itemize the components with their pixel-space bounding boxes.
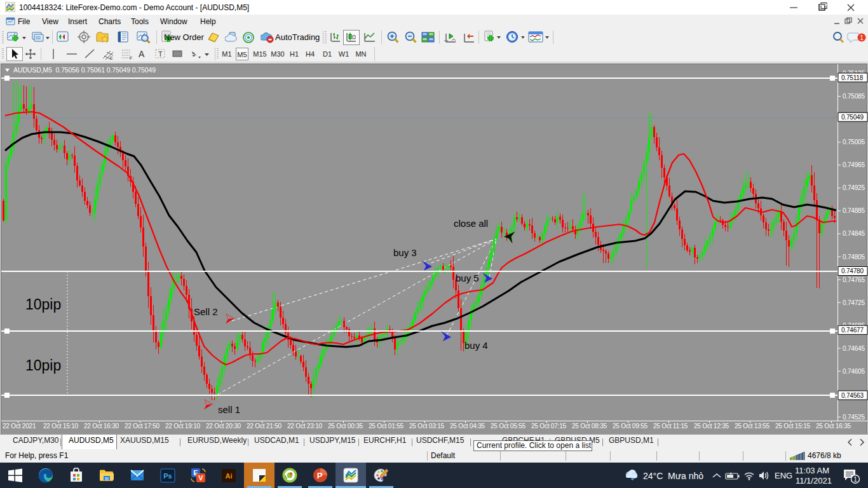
svg-text:T: T bbox=[158, 50, 163, 58]
svg-text:10pip: 10pip bbox=[25, 296, 61, 313]
svg-text:buy 5: buy 5 bbox=[456, 273, 479, 283]
svg-text:22 Oct 21:50: 22 Oct 21:50 bbox=[247, 423, 281, 430]
svg-text:0.74605: 0.74605 bbox=[843, 368, 865, 375]
svg-text:0.75049: 0.75049 bbox=[841, 114, 864, 121]
svg-text:25 Oct 13:55: 25 Oct 13:55 bbox=[735, 423, 770, 430]
svg-text:25 Oct 15:15: 25 Oct 15:15 bbox=[775, 423, 810, 430]
svg-text:25 Oct 09:55: 25 Oct 09:55 bbox=[613, 423, 648, 430]
svg-text:0.75118: 0.75118 bbox=[841, 74, 864, 81]
svg-text:22 Oct 23:10: 22 Oct 23:10 bbox=[287, 423, 322, 430]
svg-text:25 Oct 08:35: 25 Oct 08:35 bbox=[572, 423, 607, 430]
svg-text:25 Oct 04:35: 25 Oct 04:35 bbox=[450, 423, 485, 430]
svg-text:22 Oct 20:30: 22 Oct 20:30 bbox=[206, 423, 241, 430]
svg-text:0.74765: 0.74765 bbox=[843, 276, 865, 283]
svg-text:P: P bbox=[317, 471, 323, 480]
svg-text:0.74677: 0.74677 bbox=[841, 327, 864, 334]
svg-text:sell 1: sell 1 bbox=[218, 404, 240, 415]
svg-text:25 Oct 01:55: 25 Oct 01:55 bbox=[369, 423, 403, 430]
svg-text:V: V bbox=[198, 474, 203, 482]
svg-text:22 Oct 2021: 22 Oct 2021 bbox=[3, 423, 36, 430]
svg-text:F: F bbox=[130, 56, 132, 60]
svg-text:1: 1 bbox=[853, 476, 857, 483]
svg-text:22 Oct 17:50: 22 Oct 17:50 bbox=[125, 423, 159, 430]
svg-text:Ai: Ai bbox=[226, 472, 233, 480]
svg-text:close all: close all bbox=[454, 218, 488, 229]
svg-text:0.75005: 0.75005 bbox=[843, 139, 865, 146]
svg-text:25 Oct 16:35: 25 Oct 16:35 bbox=[816, 423, 851, 430]
svg-text:0.74965: 0.74965 bbox=[843, 161, 865, 168]
svg-text:25 Oct 00:35: 25 Oct 00:35 bbox=[328, 423, 363, 430]
svg-text:0.74645: 0.74645 bbox=[843, 345, 865, 352]
svg-text:E: E bbox=[110, 56, 113, 60]
svg-text:0.74525: 0.74525 bbox=[843, 414, 865, 421]
svg-text:22 Oct 15:10: 22 Oct 15:10 bbox=[43, 423, 78, 430]
svg-text:Sell 2: Sell 2 bbox=[194, 306, 218, 317]
svg-text:buy 4: buy 4 bbox=[465, 340, 488, 351]
svg-text:0.74845: 0.74845 bbox=[843, 230, 865, 237]
svg-text:Ps: Ps bbox=[163, 472, 172, 480]
svg-text:0.75085: 0.75085 bbox=[843, 93, 865, 100]
svg-text:10pip: 10pip bbox=[25, 357, 61, 374]
svg-text:0.74805: 0.74805 bbox=[843, 254, 865, 261]
svg-text:AUDUSD,M5 0.75056 0.75061 0.7: AUDUSD,M5 0.75056 0.75061 0.75049 0.7504… bbox=[13, 66, 156, 74]
svg-text:25 Oct 07:15: 25 Oct 07:15 bbox=[531, 423, 566, 430]
svg-text:0.74563: 0.74563 bbox=[841, 392, 864, 399]
svg-text:22 Oct 16:30: 22 Oct 16:30 bbox=[84, 423, 119, 430]
svg-text:25 Oct 05:55: 25 Oct 05:55 bbox=[491, 423, 526, 430]
svg-text:25 Oct 11:15: 25 Oct 11:15 bbox=[653, 423, 688, 430]
svg-text:22 Oct 19:10: 22 Oct 19:10 bbox=[165, 423, 200, 430]
svg-text:0.74925: 0.74925 bbox=[843, 184, 865, 191]
svg-text:buy 3: buy 3 bbox=[393, 247, 417, 258]
svg-text:0.74780: 0.74780 bbox=[841, 268, 864, 274]
svg-text:25 Oct 03:15: 25 Oct 03:15 bbox=[409, 423, 444, 430]
svg-text:25 Oct 12:35: 25 Oct 12:35 bbox=[694, 423, 729, 430]
svg-text:1: 1 bbox=[860, 34, 864, 41]
svg-text:0.74885: 0.74885 bbox=[843, 207, 865, 214]
svg-text:0.74725: 0.74725 bbox=[843, 299, 865, 306]
